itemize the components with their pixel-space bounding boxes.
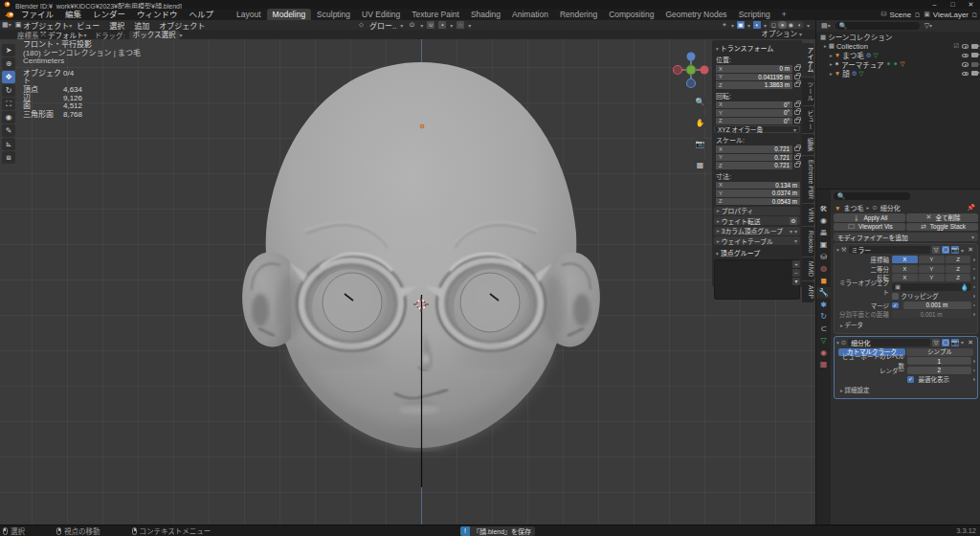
ntab-vrm[interactable]: VRM bbox=[802, 204, 814, 226]
tab-object[interactable]: ◼ bbox=[816, 275, 831, 287]
vgroup-remove-button[interactable]: − bbox=[792, 269, 800, 277]
location-x-field[interactable]: X0 m bbox=[716, 65, 792, 73]
gizmo-dropdown-icon[interactable]: ⌖ bbox=[721, 21, 728, 29]
lock-icon[interactable] bbox=[794, 155, 800, 160]
apply-all-button[interactable]: ⭳Apply All bbox=[834, 213, 905, 222]
weight-table-subpanel[interactable]: ▸ウェイトテーブル▾ bbox=[714, 236, 800, 245]
render-visibility-icon[interactable] bbox=[971, 71, 978, 76]
orientation-value-dropdown[interactable]: デフォルト bbox=[48, 30, 84, 40]
vgroup-add-button[interactable]: + bbox=[792, 260, 800, 268]
render-visibility-icon[interactable] bbox=[971, 53, 978, 57]
menu-help[interactable]: ヘルプ bbox=[184, 9, 220, 20]
camera-view-button[interactable]: 📷 bbox=[693, 137, 707, 151]
tool-options-dropdown[interactable]: オプション ▾ bbox=[761, 30, 802, 39]
tab-view-layer[interactable]: ▣ bbox=[816, 239, 831, 252]
scale-x-field[interactable]: X0.721 bbox=[716, 145, 792, 153]
lock-icon[interactable] bbox=[794, 163, 800, 168]
render-levels-field[interactable]: 2 bbox=[907, 367, 971, 374]
mirror-bisect-buttons[interactable]: XYZ bbox=[892, 265, 971, 273]
vgroup-specials-button[interactable]: ▾ bbox=[792, 278, 800, 285]
tab-data[interactable]: ▽ bbox=[816, 335, 831, 347]
viewlayer-selector[interactable]: ViewLayer bbox=[933, 11, 969, 19]
optimal-display-checkbox[interactable]: ✓ bbox=[907, 376, 914, 383]
shading-mode-group[interactable]: ◻ ● ◉ ◐ bbox=[769, 21, 804, 29]
render-visibility-icon[interactable] bbox=[971, 62, 978, 67]
toggle-stack-button[interactable]: ⇄Toggle Stack bbox=[906, 223, 978, 232]
rotation-x-field[interactable]: X0° bbox=[716, 101, 792, 109]
snap-magnet-icon[interactable]: ∪ bbox=[427, 21, 434, 29]
menu-edit[interactable]: 編集 bbox=[59, 9, 87, 20]
realtime-toggle[interactable]: 🖵 bbox=[942, 246, 949, 254]
tab-particles[interactable]: ✱ bbox=[816, 299, 831, 311]
tool-measure[interactable]: ⊾ bbox=[2, 138, 15, 150]
scale-z-field[interactable]: Z0.721 bbox=[716, 162, 792, 169]
outliner-row-armature[interactable]: ▸✶アーマチュア ✶✶▽ bbox=[816, 60, 980, 70]
viewport-vis-button[interactable]: 🖵Viewport Vis bbox=[834, 223, 905, 232]
rotation-mode-dropdown[interactable]: XYZ オイラー角▾ bbox=[714, 125, 800, 133]
ntab-item[interactable]: アイテム bbox=[802, 43, 814, 77]
tab-constraints[interactable]: ⊂ bbox=[816, 323, 831, 335]
hide-icon[interactable] bbox=[962, 54, 969, 58]
ntab-extreme-pbr[interactable]: Extreme PBR bbox=[802, 156, 814, 203]
shading-material-icon[interactable]: ◉ bbox=[787, 21, 795, 29]
navigation-gizmo[interactable] bbox=[668, 47, 714, 93]
mirror-axis-buttons[interactable]: XYZ bbox=[892, 256, 971, 263]
close-button[interactable]: ✕ bbox=[962, 0, 980, 9]
gizmo-x-plus[interactable] bbox=[701, 66, 709, 75]
render-toggle[interactable]: 📷 bbox=[951, 339, 959, 346]
proportional-edit-icon[interactable]: ◌ bbox=[457, 21, 464, 29]
scene-new-icon[interactable]: 🗋 bbox=[914, 11, 921, 18]
tab-modifiers[interactable]: 🔧 bbox=[816, 287, 831, 300]
snap-target-icon[interactable]: ▪ bbox=[438, 21, 446, 29]
ntab-view[interactable]: ビュー bbox=[802, 106, 814, 133]
mirror-data-subpanel[interactable]: ▸ データ bbox=[836, 319, 975, 331]
shading-wireframe-icon[interactable]: ◻ bbox=[769, 21, 778, 29]
vertex-group-list[interactable]: + − ▾ bbox=[714, 259, 800, 300]
ntab-edit[interactable]: 編集 bbox=[802, 134, 814, 155]
render-toggle[interactable]: 📷 bbox=[951, 246, 959, 254]
outliner-row-scene-collection[interactable]: ▦シーンコレクション bbox=[816, 33, 980, 42]
ntab-mmd[interactable]: MMD bbox=[802, 257, 814, 280]
menu-file[interactable]: ファイル bbox=[15, 9, 59, 20]
properties-subpanel[interactable]: ▸プロパティ bbox=[714, 207, 800, 215]
outliner-filter-icon[interactable]: ▽▾ bbox=[923, 22, 934, 30]
render-visibility-icon[interactable] bbox=[971, 44, 978, 49]
workspace-shading[interactable]: Shading bbox=[465, 9, 506, 20]
xray-icon[interactable]: ◐ bbox=[753, 21, 761, 29]
outliner-type-icon[interactable]: ▤▾ bbox=[819, 22, 833, 30]
workspace-geometry-nodes[interactable]: Geometry Nodes bbox=[659, 9, 732, 20]
delete-modifier-icon[interactable]: ✕ bbox=[966, 246, 975, 254]
modifier-name-field[interactable]: 細分化 bbox=[848, 339, 930, 346]
hide-icon[interactable] bbox=[962, 72, 969, 77]
modifier-name-field[interactable]: ミラー bbox=[849, 246, 931, 254]
workspace-uv-editing[interactable]: UV Editing bbox=[356, 9, 406, 20]
edit-mode-toggle[interactable]: ▽ bbox=[932, 246, 940, 254]
shading-solid-icon[interactable]: ● bbox=[778, 21, 787, 29]
workspace-scripting[interactable]: Scripting bbox=[733, 9, 776, 20]
tab-tool[interactable]: 🛠 bbox=[816, 203, 831, 215]
tool-scale[interactable]: ⛶ bbox=[2, 98, 15, 110]
vgroup-3col-subpanel[interactable]: ▸3カラム頂点グループ▾▾ bbox=[714, 227, 800, 235]
ntab-rokoko[interactable]: Rokoko bbox=[802, 227, 814, 257]
delete-modifier-icon[interactable]: ✕ bbox=[966, 339, 975, 346]
ntab-tool[interactable]: ツール bbox=[802, 78, 814, 104]
tool-annotate[interactable]: ✎ bbox=[2, 124, 15, 137]
menu-render[interactable]: レンダー bbox=[87, 9, 131, 20]
mirror-flip-buttons[interactable]: XYZ bbox=[892, 274, 971, 281]
pin-icon[interactable]: 📌 bbox=[965, 204, 977, 212]
expand-icon[interactable]: ▾ bbox=[836, 340, 839, 346]
transform-panel-header[interactable]: ▾ トランスフォーム bbox=[714, 42, 800, 54]
clipping-checkbox[interactable] bbox=[892, 293, 899, 300]
viewport-levels-field[interactable]: 1 bbox=[907, 357, 971, 365]
mirror-object-field[interactable]: ▣💧 bbox=[892, 283, 971, 291]
workspace-sculpting[interactable]: Sculpting bbox=[311, 9, 356, 20]
outliner-row-face[interactable]: ▸▼顔 ⚙▽ bbox=[816, 69, 980, 78]
viewlayer-new-icon[interactable]: 🗋 bbox=[971, 11, 978, 18]
shading-rendered-icon[interactable]: ◐ bbox=[795, 21, 804, 29]
gizmo-x-minus[interactable] bbox=[674, 66, 682, 75]
location-y-field[interactable]: Y0.041195 m bbox=[716, 74, 792, 81]
workspace-compositing[interactable]: Compositing bbox=[603, 9, 659, 20]
tab-render[interactable]: ◉ bbox=[816, 215, 831, 228]
gizmo-y-axis[interactable] bbox=[686, 65, 696, 75]
weight-transfer-subpanel[interactable]: ▸ウェイト転送⚙ bbox=[714, 216, 800, 225]
